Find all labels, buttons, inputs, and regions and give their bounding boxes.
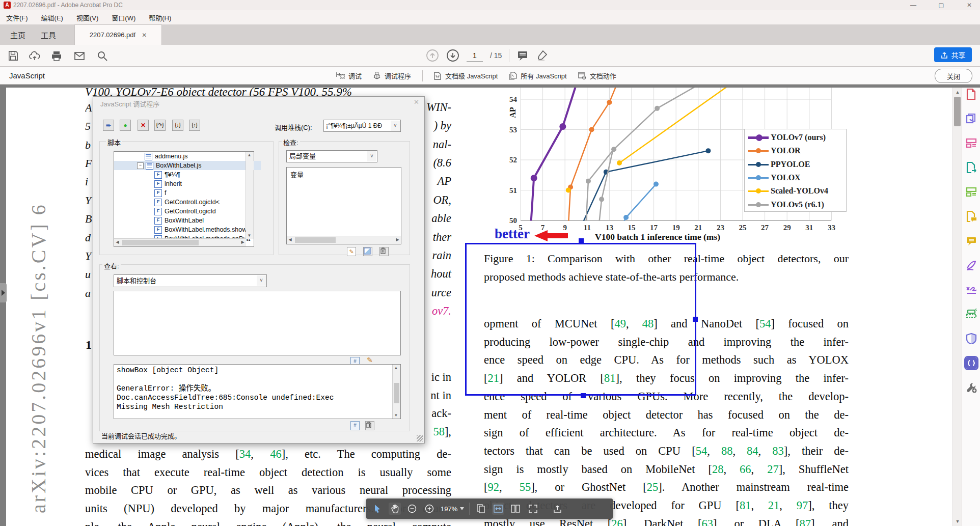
share-button[interactable]: 共享 [934,47,972,62]
jsbar-button-debugger[interactable]: 调试程序 [373,71,411,80]
scroll-up-icon[interactable]: ▲ [955,89,961,95]
legend-entry: YOLOv5 (r6.1) [745,198,846,211]
menu-视图[interactable]: 视图(V) [76,13,98,22]
jsbar-button-all-js[interactable]: 所有 JavaScript [509,71,566,80]
combine-files-icon[interactable] [966,113,977,124]
minimize-button[interactable]: — [909,1,917,9]
text-fragment: Y [85,194,91,207]
organize-pages-icon[interactable] [966,137,977,149]
dialog-close-icon[interactable]: ✕ [414,98,419,106]
scripts-label: 脚本 [106,137,122,147]
console-line-numbers-icon[interactable]: # [350,421,360,430]
function-icon: F [154,208,162,215]
step-into-button[interactable]: {↓} [172,120,183,131]
hand-tool-icon[interactable] [389,503,401,515]
tab-document[interactable]: 2207.02696.pdf ✕ [74,24,162,45]
javascript-actions: 调试调试程序文档级 JavaScript所有 JavaScript文档动作 [336,67,616,85]
close-button[interactable]: ✕ [965,1,973,9]
view-select[interactable]: 脚本和控制台 ˅ [114,274,267,287]
nav-pane-toggle[interactable] [0,283,7,302]
two-page-view-icon[interactable] [509,503,522,515]
jsbar-button-document-action[interactable]: 文档动作 [578,71,616,80]
delete-watch-trash-icon[interactable] [379,247,389,256]
stop-debug-button[interactable]: ✕ [138,120,149,131]
print-production-icon[interactable] [966,309,977,320]
javascript-toolbar: JavaScript 调试调试程序文档级 JavaScript所有 JavaSc… [0,67,980,85]
collapse-icon[interactable]: − [137,162,144,169]
text-line: [92, 55], or GhostNet [25]. Another main… [484,478,849,496]
fit-width-icon[interactable] [492,503,504,515]
menu-文件[interactable]: 文件(F) [6,13,28,22]
selection-handle-top[interactable] [579,238,584,243]
zoom-level-select[interactable]: 197% [441,505,464,513]
step-over-button[interactable]: {↷} [154,120,166,131]
email-icon[interactable] [73,50,86,62]
zoom-in-icon[interactable] [423,503,435,515]
javascript-tool-icon[interactable] [966,357,977,369]
selection-handle-right[interactable] [693,317,698,322]
pause-button[interactable]: ● [120,120,131,131]
tree-horizontal-scrollbar[interactable]: ◀▶ [114,238,246,246]
select-tool-icon[interactable] [371,503,384,515]
clear-console-trash-icon[interactable] [365,421,374,430]
edit-pdf-icon[interactable] [966,186,977,198]
text-fragment: rain [432,249,451,262]
svg-text:53: 53 [509,126,517,134]
upload-cloud-icon[interactable] [29,50,41,62]
menu-窗口[interactable]: 窗口(W) [112,13,135,22]
console-vertical-scrollbar[interactable]: ▲▼ [392,365,400,419]
tab-close-icon[interactable]: ✕ [142,32,147,39]
tree-vertical-scrollbar[interactable]: ▲▼ [246,152,254,239]
annotation-selection-rect[interactable] [465,243,696,396]
maximize-button[interactable]: ▢ [937,1,945,9]
jsbar-button-document-js[interactable]: 文档级 JavaScript [434,71,498,80]
previous-page-icon[interactable] [426,49,439,62]
next-page-icon[interactable] [446,49,459,62]
page-thumbnails-icon[interactable] [475,503,487,515]
tab-tools[interactable]: 工具 [38,24,59,45]
page-number-input[interactable] [467,50,483,62]
scroll-mode-icon[interactable] [551,503,563,515]
document-scrollbar[interactable]: ▲ ▼ [952,88,962,526]
document-action-icon [578,72,586,80]
script-tree-item[interactable]: −BoxWithLabel.js [114,161,261,170]
create-pdf-icon[interactable] [966,89,977,100]
call-stack-select[interactable]: ¡°¶¥¼¶¡±µÄµÚ 1 ÐÐ ˅ [323,120,401,132]
jsbar-button-debug[interactable]: 调试 [336,71,362,80]
scroll-down-icon[interactable]: ▼ [955,518,961,524]
variables-list[interactable]: 变量 ◀▶ [286,167,401,244]
more-tools-icon[interactable] [966,382,977,393]
protect-icon[interactable] [966,333,977,344]
inspect-select[interactable]: 局部变量 ˅ [286,150,377,162]
new-watch-icon[interactable] [363,247,372,256]
comment-doc-icon[interactable] [966,211,977,222]
sign-icon[interactable] [966,284,977,295]
tab-home[interactable]: 主页 [7,24,29,45]
variables-horizontal-scrollbar[interactable]: ◀▶ [287,236,401,244]
fullscreen-icon[interactable] [527,503,539,515]
menu-帮助[interactable]: 帮助(H) [149,13,171,22]
script-tree: addmenu.js−BoxWithLabel.jsF¶¥¼¶FinheritF… [114,151,254,247]
resume-button[interactable]: ➨ [103,120,114,131]
script-input-area[interactable] [114,291,401,355]
tree-item-label: addmenu.js [155,153,188,160]
comment-icon[interactable] [516,49,529,62]
export-pdf-icon[interactable] [966,162,977,173]
scrollbar-thumb[interactable] [954,97,961,126]
search-icon[interactable] [96,50,108,62]
edit-value-pencil-icon[interactable]: ✎ [347,247,356,256]
comment-icon[interactable] [966,235,977,246]
save-icon[interactable] [7,50,19,62]
step-out-button[interactable]: {↑} [189,120,200,131]
print-icon[interactable] [50,50,63,62]
selection-handle-bottom[interactable] [581,393,586,398]
close-tool-button[interactable]: 关闭 [935,69,972,83]
page-total: / 15 [490,51,502,60]
zoom-out-icon[interactable] [406,503,418,515]
console-output[interactable]: showBox [object Object] GeneralError: 操作… [114,364,401,419]
tools-sidebar [962,88,980,526]
menu-编辑[interactable]: 编辑(E) [41,13,63,22]
resize-grip[interactable] [417,435,423,441]
fill-sign-icon[interactable] [966,260,977,271]
highlighter-icon[interactable] [536,49,548,62]
